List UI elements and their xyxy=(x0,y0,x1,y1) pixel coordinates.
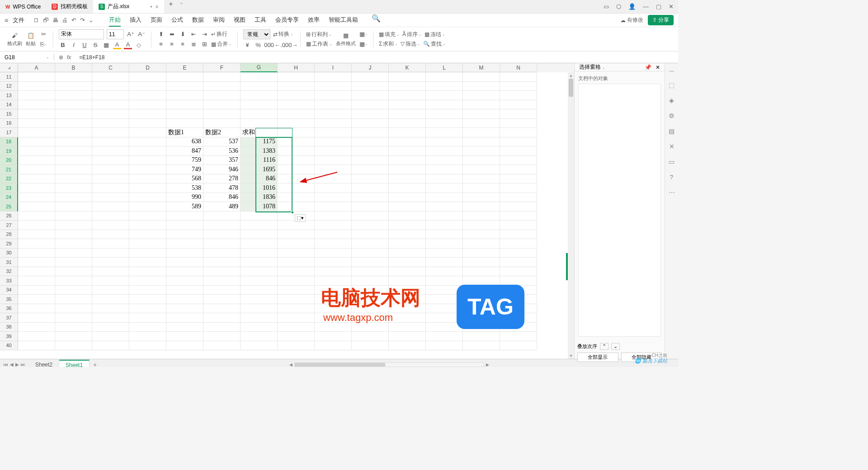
cell-K11[interactable] xyxy=(389,72,426,82)
cell-F40[interactable] xyxy=(203,341,241,351)
cell-B15[interactable] xyxy=(55,109,92,119)
cell-G40[interactable] xyxy=(241,341,278,351)
right-resize-bar[interactable] xyxy=(566,253,568,280)
cell-L32[interactable] xyxy=(426,267,463,277)
cell-E17[interactable]: 数据1 xyxy=(166,128,203,137)
cell-H35[interactable] xyxy=(278,295,315,304)
row-header-28[interactable]: 28 xyxy=(0,230,18,240)
cell-J33[interactable] xyxy=(352,276,389,286)
cell-B38[interactable] xyxy=(55,323,92,332)
cell-B16[interactable] xyxy=(55,119,92,128)
cell-M25[interactable] xyxy=(463,202,500,212)
cell-I40[interactable] xyxy=(315,341,352,351)
cell-style-icon[interactable]: ▦⌄ xyxy=(359,40,368,48)
cell-D35[interactable] xyxy=(129,295,166,304)
cell-A37[interactable] xyxy=(18,313,55,323)
cell-E38[interactable] xyxy=(166,323,203,332)
tab-home[interactable]: 开始 xyxy=(109,14,121,27)
cell-E24[interactable]: 990 xyxy=(166,193,203,202)
tab-page[interactable]: 页面 xyxy=(151,14,162,27)
cell-F39[interactable] xyxy=(203,332,241,341)
cell-C40[interactable] xyxy=(92,341,129,351)
cell-L28[interactable] xyxy=(426,230,463,240)
cell-M39[interactable] xyxy=(463,332,500,341)
cell-E25[interactable]: 589 xyxy=(166,202,203,212)
cell-E37[interactable] xyxy=(166,313,203,323)
cell-D24[interactable] xyxy=(129,193,166,202)
cell-D32[interactable] xyxy=(129,267,166,277)
cell-G18[interactable]: 1175 xyxy=(241,137,278,147)
column-header-C[interactable]: C xyxy=(92,63,129,72)
hscroll-track[interactable] xyxy=(294,362,484,367)
distribute-icon[interactable]: ⊞ xyxy=(200,40,208,48)
cell-J32[interactable] xyxy=(352,267,389,277)
cell-M19[interactable] xyxy=(463,146,500,156)
column-header-D[interactable]: D xyxy=(129,63,166,72)
cell-K19[interactable] xyxy=(389,146,426,156)
settings-icon[interactable]: ⚙ xyxy=(669,112,675,119)
cell-G24[interactable]: 1836 xyxy=(241,193,278,202)
cell-N30[interactable] xyxy=(500,249,537,258)
cell-M20[interactable] xyxy=(463,156,500,165)
cell-M13[interactable] xyxy=(463,91,500,100)
column-header-N[interactable]: N xyxy=(500,63,537,72)
cell-N26[interactable] xyxy=(500,212,537,221)
cell-A11[interactable] xyxy=(18,72,55,82)
cell-H11[interactable] xyxy=(278,72,315,82)
cell-C15[interactable] xyxy=(92,109,129,119)
wrap-text-button[interactable]: ↵ 换行 xyxy=(211,30,227,38)
cell-B12[interactable] xyxy=(55,82,92,91)
cell-M14[interactable] xyxy=(463,100,500,110)
cell-A35[interactable] xyxy=(18,295,55,304)
row-header-19[interactable]: 19 xyxy=(0,146,18,156)
cell-B11[interactable] xyxy=(55,72,92,82)
paste-button[interactable]: 📋粘贴 xyxy=(26,31,36,47)
cell-G11[interactable] xyxy=(241,72,278,82)
scroll-up-icon[interactable]: ▲ xyxy=(568,72,574,79)
cell-J21[interactable] xyxy=(352,165,389,174)
cell-E28[interactable] xyxy=(166,230,203,240)
cell-K38[interactable] xyxy=(389,323,426,332)
cell-C13[interactable] xyxy=(92,91,129,100)
cell-H38[interactable] xyxy=(278,323,315,332)
cell-B24[interactable] xyxy=(55,193,92,202)
font-size-select[interactable] xyxy=(107,29,124,39)
cell-H18[interactable] xyxy=(278,137,315,147)
cell-N13[interactable] xyxy=(500,91,537,100)
convert-button[interactable]: ⇄ 转换⌄ xyxy=(273,30,293,38)
move-up-icon[interactable]: ⌃ xyxy=(600,343,609,350)
cell-A23[interactable] xyxy=(18,183,55,193)
row-header-25[interactable]: 25 xyxy=(0,202,18,212)
cell-D20[interactable] xyxy=(129,156,166,165)
tab-data[interactable]: 数据 xyxy=(192,14,204,27)
cell-N12[interactable] xyxy=(500,82,537,91)
cell-E13[interactable] xyxy=(166,91,203,100)
close-tab-icon[interactable]: × xyxy=(155,3,159,10)
cell-I32[interactable] xyxy=(315,267,352,277)
select-icon[interactable]: ⬚ xyxy=(669,81,675,89)
cell-F32[interactable] xyxy=(203,267,241,277)
cell-K24[interactable] xyxy=(389,193,426,202)
cell-F11[interactable] xyxy=(203,72,241,82)
cell-I39[interactable] xyxy=(315,332,352,341)
tab-efficiency[interactable]: 效率 xyxy=(308,14,320,27)
row-header-11[interactable]: 11 xyxy=(0,72,18,82)
cell-I19[interactable] xyxy=(315,146,352,156)
cell-I38[interactable] xyxy=(315,323,352,332)
cell-B22[interactable] xyxy=(55,174,92,184)
cell-K12[interactable] xyxy=(389,82,426,91)
cell-F33[interactable] xyxy=(203,276,241,286)
cell-E12[interactable] xyxy=(166,82,203,91)
sheet-prev-icon[interactable]: ◀ xyxy=(10,362,14,367)
cell-K30[interactable] xyxy=(389,249,426,258)
fill-handle[interactable] xyxy=(291,211,294,214)
cell-J38[interactable] xyxy=(352,323,389,332)
cell-F26[interactable] xyxy=(203,212,241,221)
tab-review[interactable]: 审阅 xyxy=(213,14,225,27)
cell-A13[interactable] xyxy=(18,91,55,100)
cell-C14[interactable] xyxy=(92,100,129,110)
show-all-button[interactable]: 全部显示 xyxy=(577,352,618,362)
cell-B20[interactable] xyxy=(55,156,92,165)
cell-B32[interactable] xyxy=(55,267,92,277)
cell-I31[interactable] xyxy=(315,258,352,267)
